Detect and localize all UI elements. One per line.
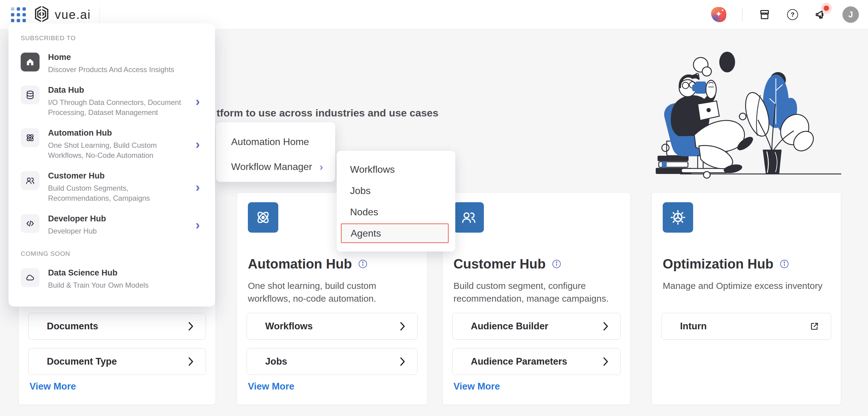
button-label: Jobs (247, 356, 287, 367)
menu-item-label: Workflow Manager (231, 161, 312, 172)
launcher-item-automation-hub[interactable]: Automation Hub One Shot Learning, Build … (21, 128, 202, 160)
card-title: Customer Hub (454, 256, 546, 271)
launcher-item-subtitle: Build & Train Your Own Models (48, 280, 149, 290)
app-launcher-icon[interactable] (10, 7, 26, 23)
automation-hub-submenu: Automation Home Workflow Manager › (216, 122, 335, 182)
menu-item-nodes[interactable]: Nodes (337, 201, 455, 223)
launcher-item-title: Data Science Hub (48, 268, 149, 278)
user-avatar[interactable]: J (842, 6, 859, 23)
info-icon[interactable] (552, 259, 561, 269)
menu-item-label: Agents (351, 228, 381, 239)
card-description: Build custom segment, configure recommen… (454, 280, 620, 305)
section-label-subscribed: SUBSCRIBED TO (21, 34, 202, 42)
logo-text: vue.ai (55, 8, 91, 22)
menu-item-label: Automation Home (231, 136, 309, 148)
card-title: Automation Hub (248, 256, 352, 271)
info-icon[interactable] (779, 259, 789, 269)
vue-ai-logo-icon (33, 5, 51, 24)
gear-icon (663, 202, 693, 233)
card-title: Optimization Hub (663, 256, 773, 271)
inturn-button[interactable]: Inturn (661, 313, 831, 340)
menu-item-agents[interactable]: Agents (341, 224, 448, 243)
chevron-right-icon: › (195, 138, 200, 151)
menu-item-label: Workflows (350, 164, 395, 175)
customer-hub-card: Customer Hub Build custom segment, confi… (442, 192, 631, 405)
avatar-initial: J (848, 10, 853, 20)
external-link-icon (810, 321, 819, 331)
launcher-item-title: Developer Hub (48, 214, 106, 224)
button-label: Audience Parameters (453, 356, 567, 367)
topbar-dotted-separator (742, 8, 743, 21)
optimization-hub-card: Optimization Hub Manage and Optimize exc… (651, 192, 841, 405)
button-label: Inturn (662, 321, 707, 332)
marketplace-icon[interactable] (758, 8, 771, 21)
launcher-item-title: Customer Hub (48, 171, 191, 181)
chevron-right-icon (188, 356, 194, 367)
launcher-item-home[interactable]: Home Discover Products And Access Insigh… (21, 53, 202, 74)
launcher-item-customer-hub[interactable]: Customer Hub Build Custom Segments, Reco… (21, 171, 202, 203)
launcher-item-title: Home (48, 53, 174, 62)
view-more-link[interactable]: View More (30, 381, 76, 392)
code-icon (21, 214, 39, 233)
view-more-link[interactable]: View More (248, 381, 294, 392)
menu-item-workflows[interactable]: Workflows (337, 159, 455, 180)
button-label: Workflows (247, 321, 313, 332)
audience-parameters-button[interactable]: Audience Parameters (452, 348, 621, 375)
menu-item-jobs[interactable]: Jobs (337, 180, 455, 201)
workflows-button[interactable]: Workflows (247, 313, 417, 340)
button-label: Documents (29, 321, 98, 332)
people-icon (454, 202, 484, 233)
menu-item-label: Jobs (350, 185, 371, 196)
document-type-button[interactable]: Document Type (28, 348, 206, 375)
help-icon[interactable]: ? (786, 8, 799, 21)
jobs-button[interactable]: Jobs (247, 348, 417, 375)
info-icon[interactable] (358, 259, 368, 269)
launcher-item-subtitle: One Shot Learning, Build Custom Workflow… (48, 140, 191, 160)
people-icon (21, 171, 39, 190)
app-launcher-dropdown: SUBSCRIBED TO Home Discover Products And… (8, 24, 215, 307)
documents-button[interactable]: Documents (28, 313, 206, 340)
chevron-right-icon (603, 321, 609, 331)
cloud-icon (21, 268, 39, 287)
launcher-item-title: Data Hub (48, 86, 191, 95)
chevron-right-icon (603, 356, 609, 367)
menu-item-label: Nodes (350, 206, 378, 218)
topbar-separator (99, 7, 100, 23)
card-description: One shot learning, build custom workflow… (248, 280, 416, 305)
launcher-item-data-hub[interactable]: Data Hub I/O Through Data Connectors, Do… (21, 86, 202, 117)
atom-icon (21, 128, 39, 147)
menu-item-automation-home[interactable]: Automation Home (216, 131, 335, 152)
launcher-item-title: Automation Hub (48, 128, 191, 138)
home-icon (21, 53, 39, 71)
workflow-manager-submenu: Workflows Jobs Nodes Agents (337, 151, 455, 252)
hero-illustration (644, 39, 851, 181)
chevron-right-icon: › (195, 95, 200, 108)
section-label-coming-soon: COMING SOON (21, 250, 202, 257)
database-icon (21, 86, 39, 104)
menu-item-workflow-manager[interactable]: Workflow Manager › (216, 156, 335, 177)
chevron-right-icon: › (320, 161, 323, 173)
launcher-item-developer-hub[interactable]: Developer Hub Developer Hub › (21, 214, 202, 236)
launcher-item-subtitle: Build Custom Segments, Recommendations, … (48, 183, 191, 203)
vue-ai-logo[interactable]: vue.ai (33, 5, 91, 24)
chevron-right-icon: › (195, 219, 200, 231)
button-label: Audience Builder (453, 321, 548, 332)
launcher-item-data-science-hub[interactable]: Data Science Hub Build & Train Your Own … (21, 268, 202, 290)
view-more-link[interactable]: View More (454, 381, 500, 392)
audience-builder-button[interactable]: Audience Builder (452, 313, 621, 340)
button-label: Document Type (29, 356, 117, 367)
launcher-item-subtitle: Discover Products And Access Insights (48, 64, 174, 74)
ai-assistant-icon[interactable]: ✦✦ (711, 7, 726, 22)
launcher-item-subtitle: Developer Hub (48, 226, 106, 236)
chevron-right-icon (400, 356, 406, 367)
chevron-right-icon: › (195, 181, 200, 194)
card-description: Manage and Optimize excess inventory (663, 280, 830, 292)
announcements-icon[interactable] (814, 8, 827, 21)
chevron-right-icon (188, 321, 194, 331)
hero-heading-fragment: tform to use across industries and use c… (217, 107, 438, 119)
atom-icon (248, 202, 278, 233)
notification-dot (824, 5, 829, 11)
help-glyph: ? (791, 11, 795, 18)
launcher-item-subtitle: I/O Through Data Connectors, Document Pr… (48, 97, 191, 117)
chevron-right-icon (400, 321, 406, 331)
